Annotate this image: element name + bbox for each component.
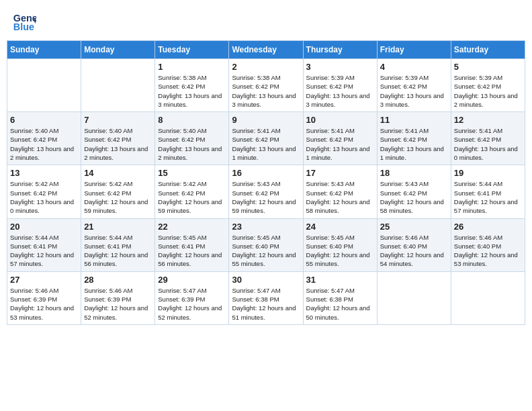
day-number: 30 <box>232 275 300 285</box>
day-number: 5 <box>454 62 522 72</box>
calendar-cell: 21Sunrise: 5:44 AM Sunset: 6:41 PM Dayli… <box>81 218 155 271</box>
day-info: Sunrise: 5:45 AM Sunset: 6:40 PM Dayligh… <box>232 233 300 269</box>
day-info: Sunrise: 5:44 AM Sunset: 6:41 PM Dayligh… <box>454 179 522 215</box>
day-info: Sunrise: 5:39 AM Sunset: 6:42 PM Dayligh… <box>454 73 522 109</box>
calendar-cell: 3Sunrise: 5:39 AM Sunset: 6:42 PM Daylig… <box>303 59 377 112</box>
day-info: Sunrise: 5:40 AM Sunset: 6:42 PM Dayligh… <box>10 126 78 162</box>
calendar-cell: 15Sunrise: 5:42 AM Sunset: 6:42 PM Dayli… <box>155 165 229 218</box>
day-info: Sunrise: 5:38 AM Sunset: 6:42 PM Dayligh… <box>232 73 300 109</box>
day-info: Sunrise: 5:42 AM Sunset: 6:42 PM Dayligh… <box>10 179 78 215</box>
day-number: 27 <box>10 275 78 285</box>
day-info: Sunrise: 5:45 AM Sunset: 6:40 PM Dayligh… <box>306 233 374 269</box>
day-info: Sunrise: 5:47 AM Sunset: 6:39 PM Dayligh… <box>158 286 226 322</box>
calendar-cell: 27Sunrise: 5:46 AM Sunset: 6:39 PM Dayli… <box>7 271 81 324</box>
calendar-cell: 11Sunrise: 5:41 AM Sunset: 6:42 PM Dayli… <box>377 112 451 165</box>
calendar-cell: 5Sunrise: 5:39 AM Sunset: 6:42 PM Daylig… <box>451 59 525 112</box>
calendar-cell: 9Sunrise: 5:41 AM Sunset: 6:42 PM Daylig… <box>229 112 303 165</box>
calendar-week-3: 13Sunrise: 5:42 AM Sunset: 6:42 PM Dayli… <box>7 165 525 218</box>
calendar-cell: 29Sunrise: 5:47 AM Sunset: 6:39 PM Dayli… <box>155 271 229 324</box>
day-info: Sunrise: 5:43 AM Sunset: 6:42 PM Dayligh… <box>232 179 300 215</box>
day-info: Sunrise: 5:45 AM Sunset: 6:41 PM Dayligh… <box>158 233 226 269</box>
day-info: Sunrise: 5:40 AM Sunset: 6:42 PM Dayligh… <box>158 126 226 162</box>
day-info: Sunrise: 5:40 AM Sunset: 6:42 PM Dayligh… <box>84 126 152 162</box>
logo: General Blue <box>12 9 39 34</box>
calendar-cell: 25Sunrise: 5:46 AM Sunset: 6:40 PM Dayli… <box>377 218 451 271</box>
day-info: Sunrise: 5:41 AM Sunset: 6:42 PM Dayligh… <box>232 126 300 162</box>
calendar-cell: 6Sunrise: 5:40 AM Sunset: 6:42 PM Daylig… <box>7 112 81 165</box>
day-number: 13 <box>10 168 78 178</box>
calendar-cell: 31Sunrise: 5:47 AM Sunset: 6:38 PM Dayli… <box>303 271 377 324</box>
day-number: 29 <box>158 275 226 285</box>
calendar-cell: 18Sunrise: 5:43 AM Sunset: 6:42 PM Dayli… <box>377 165 451 218</box>
day-number: 28 <box>84 275 152 285</box>
weekday-saturday: Saturday <box>451 41 525 59</box>
calendar-week-5: 27Sunrise: 5:46 AM Sunset: 6:39 PM Dayli… <box>7 271 525 324</box>
day-info: Sunrise: 5:38 AM Sunset: 6:42 PM Dayligh… <box>158 73 226 109</box>
calendar-cell: 1Sunrise: 5:38 AM Sunset: 6:42 PM Daylig… <box>155 59 229 112</box>
weekday-friday: Friday <box>377 41 451 59</box>
day-number: 15 <box>158 168 226 178</box>
day-number: 1 <box>158 62 226 72</box>
calendar-week-1: 1Sunrise: 5:38 AM Sunset: 6:42 PM Daylig… <box>7 59 525 112</box>
weekday-tuesday: Tuesday <box>155 41 229 59</box>
day-info: Sunrise: 5:46 AM Sunset: 6:39 PM Dayligh… <box>84 286 152 322</box>
calendar-cell: 20Sunrise: 5:44 AM Sunset: 6:41 PM Dayli… <box>7 218 81 271</box>
day-number: 22 <box>158 222 226 232</box>
day-info: Sunrise: 5:41 AM Sunset: 6:42 PM Dayligh… <box>380 126 448 162</box>
weekday-monday: Monday <box>81 41 155 59</box>
day-info: Sunrise: 5:43 AM Sunset: 6:42 PM Dayligh… <box>306 179 374 215</box>
weekday-sunday: Sunday <box>7 41 81 59</box>
day-number: 20 <box>10 222 78 232</box>
calendar-cell: 16Sunrise: 5:43 AM Sunset: 6:42 PM Dayli… <box>229 165 303 218</box>
day-number: 9 <box>232 115 300 125</box>
day-number: 19 <box>454 168 522 178</box>
day-info: Sunrise: 5:43 AM Sunset: 6:42 PM Dayligh… <box>380 179 448 215</box>
day-info: Sunrise: 5:42 AM Sunset: 6:42 PM Dayligh… <box>158 179 226 215</box>
day-info: Sunrise: 5:44 AM Sunset: 6:41 PM Dayligh… <box>84 233 152 269</box>
logo-icon: General Blue <box>12 9 36 34</box>
day-info: Sunrise: 5:41 AM Sunset: 6:42 PM Dayligh… <box>454 126 522 162</box>
calendar-cell <box>377 271 451 324</box>
day-number: 14 <box>84 168 152 178</box>
weekday-thursday: Thursday <box>303 41 377 59</box>
calendar-cell: 13Sunrise: 5:42 AM Sunset: 6:42 PM Dayli… <box>7 165 81 218</box>
day-number: 3 <box>306 62 374 72</box>
day-number: 4 <box>380 62 448 72</box>
calendar-cell: 24Sunrise: 5:45 AM Sunset: 6:40 PM Dayli… <box>303 218 377 271</box>
calendar-cell: 19Sunrise: 5:44 AM Sunset: 6:41 PM Dayli… <box>451 165 525 218</box>
calendar-body: 1Sunrise: 5:38 AM Sunset: 6:42 PM Daylig… <box>7 59 525 325</box>
day-info: Sunrise: 5:44 AM Sunset: 6:41 PM Dayligh… <box>10 233 78 269</box>
day-number: 25 <box>380 222 448 232</box>
day-number: 23 <box>232 222 300 232</box>
calendar-cell: 14Sunrise: 5:42 AM Sunset: 6:42 PM Dayli… <box>81 165 155 218</box>
calendar-cell: 8Sunrise: 5:40 AM Sunset: 6:42 PM Daylig… <box>155 112 229 165</box>
day-number: 7 <box>84 115 152 125</box>
day-number: 2 <box>232 62 300 72</box>
day-info: Sunrise: 5:46 AM Sunset: 6:39 PM Dayligh… <box>10 286 78 322</box>
day-info: Sunrise: 5:39 AM Sunset: 6:42 PM Dayligh… <box>380 73 448 109</box>
day-number: 16 <box>232 168 300 178</box>
day-info: Sunrise: 5:46 AM Sunset: 6:40 PM Dayligh… <box>380 233 448 269</box>
day-info: Sunrise: 5:41 AM Sunset: 6:42 PM Dayligh… <box>306 126 374 162</box>
calendar-cell: 26Sunrise: 5:46 AM Sunset: 6:40 PM Dayli… <box>451 218 525 271</box>
calendar-cell: 23Sunrise: 5:45 AM Sunset: 6:40 PM Dayli… <box>229 218 303 271</box>
day-number: 31 <box>306 275 374 285</box>
calendar-week-2: 6Sunrise: 5:40 AM Sunset: 6:42 PM Daylig… <box>7 112 525 165</box>
calendar-cell: 4Sunrise: 5:39 AM Sunset: 6:42 PM Daylig… <box>377 59 451 112</box>
calendar-week-4: 20Sunrise: 5:44 AM Sunset: 6:41 PM Dayli… <box>7 218 525 271</box>
calendar-cell: 30Sunrise: 5:47 AM Sunset: 6:38 PM Dayli… <box>229 271 303 324</box>
calendar-cell: 12Sunrise: 5:41 AM Sunset: 6:42 PM Dayli… <box>451 112 525 165</box>
day-number: 18 <box>380 168 448 178</box>
page-header: General Blue <box>7 7 525 36</box>
calendar-table: SundayMondayTuesdayWednesdayThursdayFrid… <box>7 40 525 325</box>
day-number: 6 <box>10 115 78 125</box>
day-info: Sunrise: 5:47 AM Sunset: 6:38 PM Dayligh… <box>306 286 374 322</box>
day-info: Sunrise: 5:42 AM Sunset: 6:42 PM Dayligh… <box>84 179 152 215</box>
calendar-cell <box>7 59 81 112</box>
day-info: Sunrise: 5:46 AM Sunset: 6:40 PM Dayligh… <box>454 233 522 269</box>
day-info: Sunrise: 5:47 AM Sunset: 6:38 PM Dayligh… <box>232 286 300 322</box>
calendar-cell <box>451 271 525 324</box>
day-number: 21 <box>84 222 152 232</box>
day-number: 24 <box>306 222 374 232</box>
calendar-cell: 28Sunrise: 5:46 AM Sunset: 6:39 PM Dayli… <box>81 271 155 324</box>
